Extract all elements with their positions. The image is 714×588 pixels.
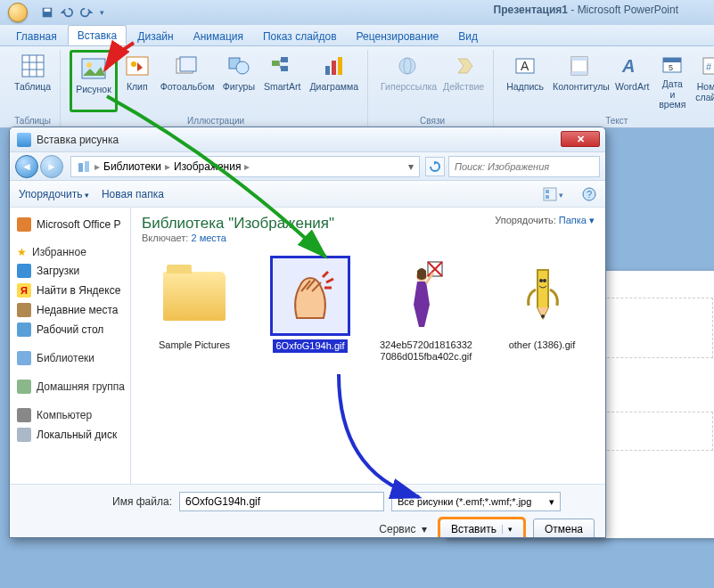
folder-item[interactable]: Sample Pictures [145, 256, 243, 351]
search-input[interactable] [448, 156, 600, 177]
sidebar-homegroup[interactable]: Домашняя группа [15, 377, 125, 396]
tab-animation[interactable]: Анимация [185, 27, 252, 45]
chart-icon [320, 52, 349, 80]
new-folder-button[interactable]: Новая папка [102, 188, 164, 200]
tab-home[interactable]: Главная [7, 27, 66, 45]
svg-rect-29 [571, 71, 587, 75]
refresh-button[interactable] [425, 157, 445, 176]
includes-link[interactable]: 2 места [191, 233, 226, 243]
service-menu[interactable]: Сервис ▾ [379, 523, 427, 535]
tab-design[interactable]: Дизайн [128, 27, 182, 45]
group-illustrations: Рисунок Клип Фотоальбом Фигуры SmartArt … [64, 50, 368, 127]
close-button[interactable]: ✕ [561, 131, 600, 147]
group-links: Гиперссылка Действие Связи [372, 50, 494, 127]
svg-text:A: A [621, 56, 635, 76]
filename-input[interactable] [179, 492, 384, 511]
crumb-libraries[interactable]: Библиотеки [103, 160, 161, 173]
breadcrumb[interactable]: ▸ Библиотеки ▸ Изображения ▸ ▾ [70, 156, 420, 177]
filetype-dropdown[interactable]: Все рисунки (*.emf;*.wmf;*.jpg▾ [391, 492, 561, 511]
dialog-content: Библиотека "Изображения" Включает: 2 мес… [131, 208, 605, 484]
svg-rect-36 [78, 163, 83, 172]
sidebar-yandex[interactable]: ЯНайти в Яндексе [15, 281, 125, 300]
tab-slideshow[interactable]: Показ слайдов [254, 27, 346, 45]
svg-rect-37 [85, 161, 89, 172]
svg-rect-32 [663, 58, 681, 62]
back-button[interactable]: ◄ [15, 155, 38, 178]
organize-menu[interactable]: Упорядочить [19, 188, 89, 200]
sidebar-desktop[interactable]: Рабочий стол [15, 320, 125, 339]
textbox-button[interactable]: A Надпись [503, 50, 547, 112]
sidebar-computer[interactable]: Компьютер [15, 405, 125, 425]
clip-icon [123, 52, 152, 80]
library-subtitle: Включает: 2 места [142, 233, 334, 243]
tab-review[interactable]: Рецензирование [348, 27, 448, 45]
svg-text:#: # [706, 61, 712, 72]
action-icon [449, 52, 478, 80]
photoalbum-button[interactable]: Фотоальбом [157, 50, 217, 112]
dialog-titlebar[interactable]: Вставка рисунка ✕ [10, 127, 605, 152]
crumb-images[interactable]: Изображения [174, 160, 241, 173]
help-icon[interactable]: ? [582, 187, 596, 201]
dialog-icon [17, 133, 31, 147]
redo-icon[interactable] [80, 6, 93, 19]
sidebar-recent[interactable]: Недавние места [15, 300, 125, 320]
tab-insert[interactable]: Вставка [68, 25, 127, 45]
sidebar-office[interactable]: Microsoft Office P [15, 215, 125, 234]
svg-text:A: A [521, 59, 529, 73]
svg-rect-12 [180, 57, 196, 71]
sidebar-libraries[interactable]: Библиотеки [15, 348, 125, 368]
picture-icon [79, 54, 108, 83]
pencil-character-icon [520, 263, 564, 330]
hyperlink-button: Гиперссылка [377, 50, 438, 112]
group-illustrations-label: Иллюстрации [64, 116, 367, 126]
insert-button[interactable]: Вставить [439, 519, 524, 538]
photoalbum-icon [173, 52, 201, 80]
undo-icon[interactable] [61, 6, 73, 19]
view-mode-button[interactable]: ▾ [543, 187, 570, 201]
svg-point-23 [399, 58, 415, 74]
ribbon: Таблица Таблицы Рисунок Клип Фотоальбом … [0, 46, 714, 128]
smartart-icon [268, 52, 297, 80]
sidebar-localdisk[interactable]: Локальный диск [15, 425, 125, 445]
svg-rect-28 [571, 57, 587, 61]
library-title: Библиотека "Изображения" [142, 215, 334, 233]
svg-rect-15 [272, 61, 279, 66]
svg-rect-21 [332, 61, 336, 75]
svg-rect-22 [338, 57, 342, 75]
chart-button[interactable]: Диаграмма [306, 50, 362, 112]
picture-button[interactable]: Рисунок [70, 50, 118, 112]
sort-control[interactable]: Упорядочить: Папка ▾ [495, 215, 595, 226]
table-icon [19, 52, 47, 80]
dialog-toolbar: Упорядочить Новая папка ▾ ? [10, 181, 605, 208]
save-icon[interactable] [41, 6, 53, 19]
svg-rect-39 [546, 190, 549, 193]
folder-icon [163, 272, 226, 321]
office-button[interactable] [0, 0, 36, 25]
action-button: Действие [439, 50, 488, 112]
libraries-icon [77, 159, 91, 174]
dialog-title-text: Вставка рисунка [37, 134, 119, 146]
svg-rect-2 [22, 55, 44, 77]
svg-text:▾: ▾ [559, 191, 563, 200]
slidenum-button[interactable]: # Номер слайда [692, 50, 714, 112]
table-button[interactable]: Таблица [11, 50, 54, 112]
file-item[interactable]: other (1386).gif [493, 256, 591, 351]
group-tables-label: Таблицы [5, 116, 60, 126]
clip-button[interactable]: Клип [119, 50, 155, 112]
headerfooter-button[interactable]: Колонтитулы [549, 50, 610, 112]
svg-point-49 [541, 314, 545, 318]
shapes-button[interactable]: Фигуры [219, 50, 259, 112]
clapping-hands-icon [283, 265, 337, 327]
ribbon-tabs: Главная Вставка Дизайн Анимация Показ сл… [0, 25, 714, 46]
sidebar-downloads[interactable]: Загрузки [15, 261, 125, 281]
smartart-button[interactable]: SmartArt [260, 50, 304, 112]
sidebar-favorites[interactable]: ★Избранное [15, 243, 125, 261]
datetime-button[interactable]: 5 Дата и время [654, 50, 690, 112]
file-item[interactable]: 324eb5720d18163327086d015fba402c.gif [377, 256, 475, 363]
cancel-button[interactable]: Отмена [533, 519, 595, 538]
wordart-button[interactable]: A WordArt [611, 50, 652, 112]
tab-view[interactable]: Вид [449, 27, 487, 45]
svg-text:?: ? [587, 189, 592, 200]
file-item-selected[interactable]: 6OxfoG194h.gif [261, 256, 359, 353]
forward-button[interactable]: ► [40, 155, 63, 178]
